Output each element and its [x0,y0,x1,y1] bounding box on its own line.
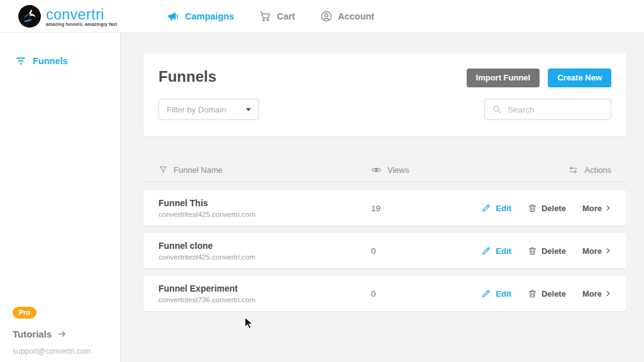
account-icon [320,10,333,23]
nav-cart[interactable]: Cart [259,10,295,23]
delete-button[interactable]: Delete [528,246,566,256]
funnel-domain: convertritest425.convertri.com [158,211,255,218]
funnel-domain: convertritest736.convertri.com [158,296,255,304]
pencil-icon [481,246,491,256]
edit-button[interactable]: Edit [481,203,511,213]
tutorials-link[interactable]: Tutorials [13,329,67,339]
funnels-panel-header: Funnels Import Funnel Create New Filter … [143,53,626,136]
column-funnel-name[interactable]: Funnel Name [174,165,223,175]
table-header: Funnel Name Views Actions [143,157,626,182]
top-header: convertri amazing funnels, amazingly fas… [0,0,644,33]
more-button[interactable]: More [582,204,611,213]
trash-icon [528,246,537,256]
tutorials-label: Tutorials [13,329,52,339]
more-label: More [582,289,602,299]
funnel-name: Funnel clone [158,241,255,251]
table-row: Funnel Experiment convertritest736.conve… [143,276,626,311]
support-email-link[interactable]: support@convertri.com [13,347,91,356]
eye-icon [371,165,382,175]
arrow-right-icon [57,329,67,339]
chevron-right-icon [605,205,611,211]
funnel-name: Funnel Experiment [158,283,255,293]
table-row: Funnel clone convertritest425.convertri.… [143,233,626,268]
filter-by-domain-select[interactable]: Filter by Domain [158,99,259,120]
column-actions[interactable]: Actions [584,165,611,175]
pro-badge: Pro [13,307,36,319]
edit-button[interactable]: Edit [481,288,511,299]
page-title: Funnels [158,68,216,85]
chevron-right-icon [605,290,611,297]
more-button[interactable]: More [582,289,611,299]
rabbit-logo-icon [18,4,42,28]
convertri-logo[interactable]: convertri amazing funnels, amazingly fas… [18,4,117,28]
cart-icon [259,10,272,23]
funnel-lines-icon [15,55,26,67]
sidebar-funnels-label: Funnels [33,56,68,66]
nav-campaigns-label: Campaigns [185,11,234,21]
nav-account[interactable]: Account [320,10,374,23]
brand-tagline: amazing funnels, amazingly fast [46,22,117,26]
create-new-button[interactable]: Create New [548,69,611,87]
chevron-down-icon [246,108,251,111]
funnel-icon [158,165,168,175]
megaphone-icon [167,10,180,23]
swap-arrows-icon [568,165,579,175]
edit-label: Edit [496,204,511,213]
chevron-right-icon [605,248,611,254]
search-box [484,99,611,120]
filter-select-placeholder: Filter by Domain [167,105,226,114]
sidebar: Funnels Pro Tutorials support@convertri.… [0,33,121,362]
delete-label: Delete [541,246,566,256]
table-row: Funnel This convertritest425.convertri.c… [143,190,626,226]
delete-button[interactable]: Delete [528,288,566,299]
edit-label: Edit [496,289,511,299]
edit-button[interactable]: Edit [481,246,511,256]
sidebar-item-funnels[interactable]: Funnels [15,55,68,67]
search-icon [492,104,502,114]
more-button[interactable]: More [582,246,611,256]
more-label: More [582,246,602,256]
column-views[interactable]: Views [387,165,409,175]
brand-name: convertri [46,7,117,22]
funnel-views: 0 [371,289,376,299]
import-funnel-button[interactable]: Import Funnel [467,69,540,87]
pencil-icon [481,288,491,299]
funnel-name: Funnel This [158,198,255,208]
trash-icon [528,288,537,299]
nav-cart-label: Cart [277,11,295,21]
nav-account-label: Account [338,11,374,21]
funnel-views: 0 [371,246,376,256]
delete-button[interactable]: Delete [528,203,566,213]
search-input[interactable] [508,105,604,114]
funnel-views: 19 [371,204,380,213]
pencil-icon [481,203,491,213]
main-content: Funnels Import Funnel Create New Filter … [121,33,644,362]
more-label: More [582,204,602,213]
trash-icon [528,203,537,213]
delete-label: Delete [541,289,566,299]
top-nav: Campaigns Cart Account [167,0,374,33]
delete-label: Delete [541,204,566,213]
funnel-domain: convertritest425.convertri.com [158,253,255,261]
nav-campaigns[interactable]: Campaigns [167,10,234,23]
edit-label: Edit [496,246,511,256]
